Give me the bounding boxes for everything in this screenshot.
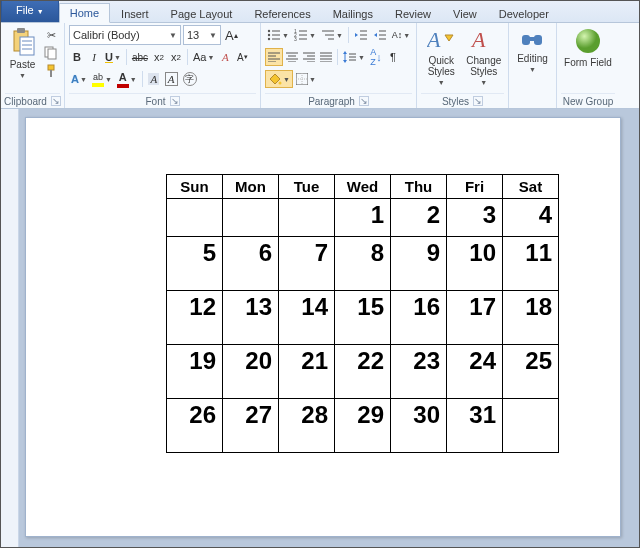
bold-button[interactable]: B bbox=[69, 48, 85, 66]
group-styles: A Quick Styles▼ A Change Styles▼ Styles↘ bbox=[417, 23, 509, 108]
calendar-cell[interactable]: 4 bbox=[503, 199, 559, 237]
tab-insert[interactable]: Insert bbox=[110, 4, 160, 23]
calendar-cell[interactable]: 28 bbox=[279, 399, 335, 453]
copy-button[interactable] bbox=[42, 45, 60, 61]
font-size-combo[interactable]: 13▼ bbox=[183, 25, 221, 45]
calendar-cell[interactable]: 6 bbox=[223, 237, 279, 291]
calendar-cell[interactable]: 3 bbox=[447, 199, 503, 237]
calendar-cell[interactable]: 20 bbox=[223, 345, 279, 399]
clipboard-launcher[interactable]: ↘ bbox=[51, 96, 61, 106]
decrease-indent-button[interactable] bbox=[352, 26, 370, 44]
calendar-cell[interactable]: 12 bbox=[167, 291, 223, 345]
shading-button[interactable]: ▼ bbox=[265, 70, 293, 88]
calendar-cell[interactable]: 7 bbox=[279, 237, 335, 291]
highlight-button[interactable]: ab▼ bbox=[90, 70, 114, 88]
asian-layout-button[interactable]: A↕▼ bbox=[390, 26, 412, 44]
align-right-button[interactable] bbox=[301, 48, 317, 66]
calendar-cell[interactable]: 18 bbox=[503, 291, 559, 345]
borders-button[interactable]: ▼ bbox=[294, 70, 318, 88]
char-shading-button[interactable]: A bbox=[146, 70, 162, 88]
multilevel-list-button[interactable]: ▼ bbox=[319, 26, 345, 44]
calendar-cell[interactable] bbox=[503, 399, 559, 453]
tab-view[interactable]: View bbox=[442, 4, 488, 23]
tab-mailings[interactable]: Mailings bbox=[322, 4, 384, 23]
char-border-button[interactable]: A bbox=[163, 70, 180, 88]
calendar-cell[interactable]: 30 bbox=[391, 399, 447, 453]
change-styles-button[interactable]: A Change Styles▼ bbox=[464, 25, 505, 89]
font-color-button[interactable]: A▼ bbox=[115, 70, 139, 88]
justify-button[interactable] bbox=[318, 48, 334, 66]
calendar-cell[interactable]: 16 bbox=[391, 291, 447, 345]
tab-references[interactable]: References bbox=[243, 4, 321, 23]
text-effects-button[interactable]: A▼ bbox=[69, 70, 89, 88]
underline-button[interactable]: U▼ bbox=[103, 48, 123, 66]
paste-label: Paste bbox=[10, 59, 36, 70]
change-case-button[interactable]: Aa▼ bbox=[191, 48, 216, 66]
calendar-cell[interactable]: 17 bbox=[447, 291, 503, 345]
calendar-cell[interactable]: 23 bbox=[391, 345, 447, 399]
strike-button[interactable]: abc bbox=[130, 48, 150, 66]
calendar-cell[interactable]: 5 bbox=[167, 237, 223, 291]
calendar-cell[interactable]: 24 bbox=[447, 345, 503, 399]
line-spacing-button[interactable]: ▼ bbox=[341, 48, 367, 66]
calendar-cell[interactable]: 31 bbox=[447, 399, 503, 453]
calendar-cell[interactable]: 2 bbox=[391, 199, 447, 237]
calendar-cell[interactable]: 10 bbox=[447, 237, 503, 291]
paste-button[interactable]: Paste ▼ bbox=[5, 25, 40, 82]
styles-launcher[interactable]: ↘ bbox=[473, 96, 483, 106]
tab-file[interactable]: File ▼ bbox=[1, 0, 59, 22]
bullets-icon bbox=[267, 29, 281, 41]
calendar-cell[interactable]: 1 bbox=[335, 199, 391, 237]
format-painter-button[interactable] bbox=[42, 63, 60, 79]
calendar-cell[interactable]: 21 bbox=[279, 345, 335, 399]
align-left-button[interactable] bbox=[265, 48, 283, 66]
calendar-cell[interactable]: 19 bbox=[167, 345, 223, 399]
increase-indent-button[interactable] bbox=[371, 26, 389, 44]
tab-review[interactable]: Review bbox=[384, 4, 442, 23]
italic-button[interactable]: I bbox=[86, 48, 102, 66]
document-page[interactable]: Sun Mon Tue Wed Thu Fri Sat 1 2 3 4 bbox=[25, 117, 621, 537]
calendar-cell[interactable]: 25 bbox=[503, 345, 559, 399]
form-field-button[interactable]: Form Field bbox=[561, 25, 615, 70]
calendar-cell[interactable]: 27 bbox=[223, 399, 279, 453]
cut-button[interactable]: ✂ bbox=[42, 27, 60, 43]
editing-button[interactable]: Editing▼ bbox=[513, 25, 552, 76]
superscript-button[interactable]: x2 bbox=[168, 48, 184, 66]
sort-button[interactable]: AZ↓ bbox=[368, 48, 384, 66]
chevron-down-icon: ▼ bbox=[209, 31, 217, 40]
grow-font-button[interactable]: A▴ bbox=[223, 26, 240, 44]
align-center-button[interactable] bbox=[284, 48, 300, 66]
bullets-button[interactable]: ▼ bbox=[265, 26, 291, 44]
paragraph-launcher[interactable]: ↘ bbox=[359, 96, 369, 106]
calendar-cell[interactable]: 15 bbox=[335, 291, 391, 345]
document-area: Sun Mon Tue Wed Thu Fri Sat 1 2 3 4 bbox=[1, 109, 639, 547]
show-marks-button[interactable]: ¶ bbox=[385, 48, 401, 66]
tab-home[interactable]: Home bbox=[59, 3, 110, 23]
calendar-cell[interactable]: 9 bbox=[391, 237, 447, 291]
calendar-cell[interactable] bbox=[167, 199, 223, 237]
font-name-combo[interactable]: Calibri (Body)▼ bbox=[69, 25, 181, 45]
tab-page-layout[interactable]: Page Layout bbox=[160, 4, 244, 23]
quick-styles-button[interactable]: A Quick Styles▼ bbox=[421, 25, 462, 89]
calendar-cell[interactable]: 22 bbox=[335, 345, 391, 399]
numbering-button[interactable]: 123▼ bbox=[292, 26, 318, 44]
calendar-cell[interactable] bbox=[223, 199, 279, 237]
group-paragraph-label: Paragraph bbox=[308, 96, 355, 107]
clear-formatting-button[interactable]: A bbox=[217, 48, 233, 66]
enclose-char-button[interactable]: 字 bbox=[181, 70, 199, 88]
calendar-cell[interactable]: 8 bbox=[335, 237, 391, 291]
calendar-cell[interactable]: 13 bbox=[223, 291, 279, 345]
calendar-cell[interactable]: 11 bbox=[503, 237, 559, 291]
shrink-font-button[interactable]: A▾ bbox=[234, 48, 250, 66]
calendar-cell[interactable]: 29 bbox=[335, 399, 391, 453]
calendar-cell[interactable]: 26 bbox=[167, 399, 223, 453]
calendar-header-cell: Wed bbox=[335, 175, 391, 199]
tab-developer[interactable]: Developer bbox=[488, 4, 560, 23]
svg-text:3: 3 bbox=[294, 36, 297, 41]
font-launcher[interactable]: ↘ bbox=[170, 96, 180, 106]
vertical-ruler[interactable] bbox=[1, 109, 19, 547]
calendar-cell[interactable] bbox=[279, 199, 335, 237]
separator bbox=[142, 71, 143, 87]
subscript-button[interactable]: x2 bbox=[151, 48, 167, 66]
calendar-cell[interactable]: 14 bbox=[279, 291, 335, 345]
